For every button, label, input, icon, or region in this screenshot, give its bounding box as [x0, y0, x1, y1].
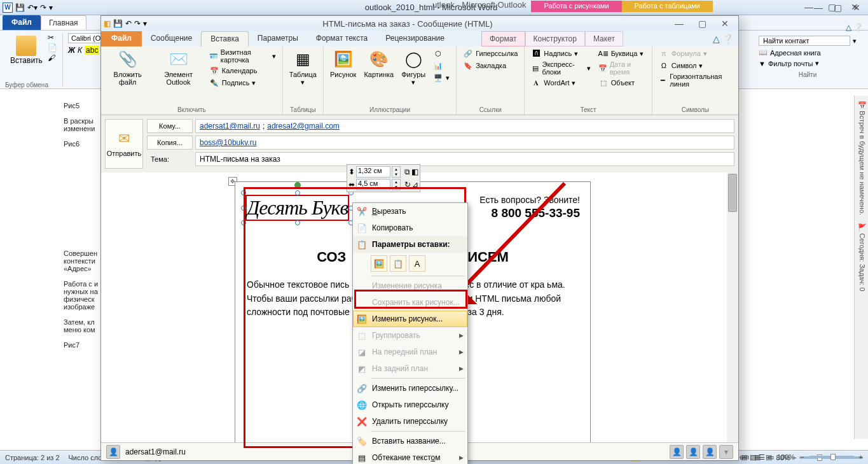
msg-tab-options[interactable]: Параметры — [249, 31, 307, 46]
bold-button[interactable]: Ж — [68, 46, 75, 55]
cm-copy[interactable]: 📄Копировать — [353, 220, 467, 236]
resize-handle[interactable] — [241, 190, 246, 195]
status-page[interactable]: Страница: 2 из 2 — [5, 454, 60, 461]
outlook-close-button[interactable]: ✕ — [844, 1, 865, 13]
rotate-tool-icon[interactable]: ↻ — [404, 180, 411, 189]
msg-tab-table-layout[interactable]: Макет — [585, 31, 623, 46]
attach-file-button[interactable]: 📎 Вложить файл — [105, 48, 150, 105]
picture-button[interactable]: 🖼️Рисунок — [327, 48, 359, 105]
resize-handle[interactable] — [295, 220, 300, 225]
outlook-todo-panel[interactable]: 📅 Встреч в будущем не намечено. 🚩 Сегодн… — [854, 95, 868, 439]
outlook-ribbon-toggle-icon[interactable]: △ ❔ — [846, 23, 863, 32]
width-input[interactable]: 4,5 см — [356, 179, 390, 190]
quickparts-button[interactable]: ▤Экспресс-блоки ▾ — [528, 60, 593, 76]
clipart-button[interactable]: 🎨Картинка — [361, 48, 396, 105]
object-button[interactable]: ⬚Объект — [596, 77, 648, 88]
msg-close-button[interactable]: ✕ — [714, 18, 736, 29]
outlook-view-icon[interactable]: ▦ — [754, 453, 761, 461]
save-icon[interactable]: 💾 — [15, 3, 25, 12]
dropcap-button[interactable]: A≣Буквица ▾ — [596, 48, 648, 59]
wordart-button[interactable]: 𝐀WordArt ▾ — [528, 77, 593, 88]
msg-tab-format[interactable]: Формат текста — [307, 31, 376, 46]
resize-handle[interactable] — [295, 190, 300, 195]
recipient-link[interactable]: adresat2@gmail.com — [267, 122, 340, 130]
contact-avatar[interactable]: 👤 — [106, 445, 120, 459]
recipient-link[interactable]: boss@10bukv.ru — [200, 138, 256, 147]
crop-icon[interactable]: ⧉ — [404, 167, 410, 176]
outlook-minimize-button[interactable]: — — [798, 1, 820, 13]
to-field[interactable]: adersat1@mail.ru; adresat2@gmail.com — [195, 119, 734, 133]
word-tab-home[interactable]: Главная — [41, 15, 86, 30]
word-file-tab[interactable]: Файл — [3, 15, 41, 30]
height-input[interactable]: 1,32 см — [356, 166, 390, 178]
filter-mail-button[interactable]: ▼ Фильтр почты ▾ — [756, 58, 859, 69]
cc-field[interactable]: boss@10bukv.ru — [195, 136, 734, 150]
msg-tab-picture-format[interactable]: Формат — [481, 31, 525, 46]
outlook-zoom-in[interactable]: + — [859, 453, 863, 461]
selected-image[interactable]: Десять Букв — [245, 195, 349, 221]
msg-maximize-button[interactable]: ▢ — [691, 18, 713, 29]
rotate-handle[interactable] — [294, 182, 301, 188]
resize-handle[interactable] — [241, 220, 246, 225]
crop-tool-icon[interactable]: ◧ — [411, 167, 418, 176]
vertical-scrollbar[interactable] — [727, 172, 738, 459]
cm-text-wrapping[interactable]: ▤Обтекание текстом▶ — [353, 449, 467, 464]
cc-button[interactable]: Копия... — [147, 136, 193, 150]
msg-file-tab[interactable]: Файл — [101, 31, 142, 46]
msg-save-icon[interactable]: 💾 — [113, 19, 123, 28]
presence-icon[interactable]: 👤 — [670, 445, 684, 459]
horizontal-line-button[interactable]: ━Горизонтальная линия — [656, 72, 734, 88]
cm-cut[interactable]: ✂️Вырезать — [353, 203, 467, 220]
chart-button[interactable]: 📊 — [431, 60, 452, 71]
msg-ribbon-toggle-icon[interactable]: △ ❔ — [713, 34, 733, 44]
subject-field[interactable]: HTML-письма на заказ — [195, 152, 734, 166]
redo-icon[interactable]: ↷ — [40, 3, 46, 12]
scrollbar-thumb[interactable] — [728, 174, 737, 212]
cm-insert-caption[interactable]: 🏷️Вставить название... — [353, 433, 467, 449]
cm-change-picture[interactable]: 🖼️Изменить рисунок... — [353, 311, 467, 327]
cm-remove-hyperlink[interactable]: ❌Удалить гиперссылку — [353, 413, 467, 430]
highlight-button[interactable]: abc — [85, 46, 99, 55]
msg-tab-table-design[interactable]: Конструктор — [525, 31, 585, 46]
recipient-link[interactable]: adersat1@mail.ru — [200, 122, 260, 130]
outlook-zoom[interactable]: 100% — [777, 453, 795, 461]
table-button[interactable]: ▦ Таблица ▾ — [287, 48, 319, 105]
shapes-button[interactable]: ◯Фигуры ▾ — [399, 48, 428, 105]
cut-icon[interactable]: ✂ — [48, 33, 57, 42]
outlook-item-button[interactable]: ✉️ Элемент Outlook — [153, 48, 204, 105]
cm-open-hyperlink[interactable]: 🌐Открыть гиперссылку — [353, 397, 467, 413]
msg-tab-review[interactable]: Рецензирование — [376, 31, 453, 46]
align-tool-icon[interactable]: ⊿ — [412, 180, 418, 189]
copy-icon[interactable]: 📄 — [48, 43, 57, 52]
msg-tab-message[interactable]: Сообщение — [142, 31, 201, 46]
outlook-zoom-slider[interactable] — [809, 456, 854, 458]
paste-option-picture[interactable]: 🖼️ — [371, 255, 387, 272]
address-book-button[interactable]: 📖 Адресная книга — [756, 47, 859, 58]
width-spinner[interactable]: ▲▼ — [392, 179, 401, 190]
send-button[interactable]: ✉ Отправить — [105, 119, 143, 169]
bookmark-button[interactable]: 🔖Закладка — [460, 60, 520, 71]
msg-undo-icon[interactable]: ↶ — [125, 19, 132, 28]
presence-icon[interactable]: 👤 — [686, 445, 700, 459]
expand-icon[interactable]: ▾ — [719, 445, 733, 459]
msg-redo-icon[interactable]: ↷ — [134, 19, 141, 28]
textbox-button[interactable]: 🅰Надпись ▾ — [528, 48, 593, 59]
paste-button[interactable]: Вставить — [8, 33, 45, 86]
paste-option-keep[interactable]: 📋 — [390, 255, 406, 272]
signature-button[interactable]: ✒️Подпись ▾ — [207, 77, 279, 88]
smartart-button[interactable]: ⬡ — [431, 48, 452, 59]
msg-tab-insert[interactable]: Вставка — [201, 31, 249, 46]
cm-edit-hyperlink[interactable]: 🔗Изменить гиперссылку... — [353, 380, 467, 397]
hyperlink-button[interactable]: 🔗Гиперссылка — [460, 48, 520, 59]
paste-option-text[interactable]: A — [409, 255, 425, 272]
outlook-zoom-out[interactable]: − — [800, 453, 804, 461]
to-button[interactable]: Кому... — [147, 119, 193, 133]
height-spinner[interactable]: ▲▼ — [392, 166, 401, 178]
screenshot-button[interactable]: 🖥️ ▾ — [431, 72, 452, 83]
resize-handle[interactable] — [241, 206, 246, 211]
undo-icon[interactable]: ↶▾ — [27, 3, 38, 12]
presence-icon[interactable]: 👤 — [703, 445, 717, 459]
outlook-maximize-button[interactable]: ▢ — [821, 1, 843, 13]
find-contact-input[interactable]: Найти контакт ▾ — [756, 34, 859, 47]
format-painter-icon[interactable]: 🖌 — [48, 53, 57, 62]
